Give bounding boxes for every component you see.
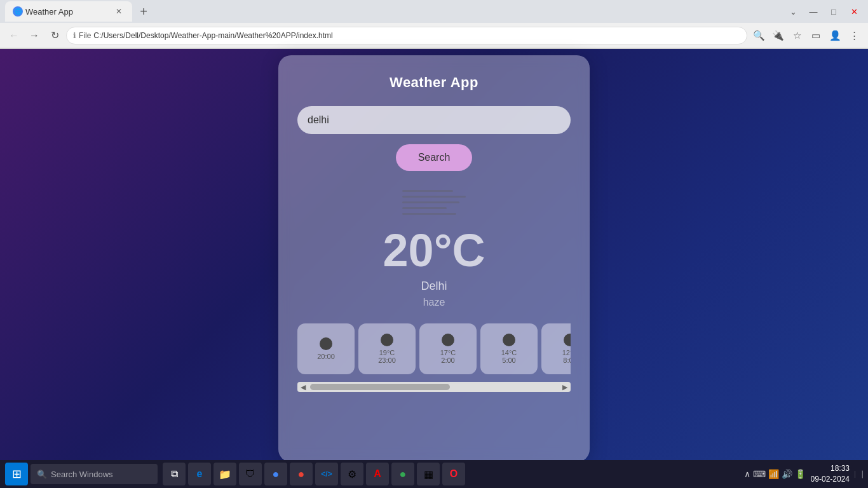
close-window-button[interactable]: ✕ <box>845 3 863 20</box>
forecast-row: 20:00 19°C23:00 17°C2:00 14°C5:00 12°C8:… <box>297 323 571 377</box>
forecast-scrollbar[interactable]: ◀ ▶ <box>297 382 571 392</box>
browser-chrome: 🌐 Weather App ✕ + ⌄ — □ ✕ ← → ↻ ℹ File C… <box>0 0 868 49</box>
forecast-card-3: 14°C5:00 <box>480 323 538 374</box>
forecast-card-1: 19°C23:00 <box>358 323 416 374</box>
system-clock[interactable]: 18:33 09-02-2024 <box>811 463 850 485</box>
forecast-weather-icon-3 <box>503 334 515 346</box>
tab-favicon-icon: 🌐 <box>13 6 23 17</box>
maximize-button[interactable]: □ <box>825 3 843 20</box>
battery-icon: 🔋 <box>795 469 806 479</box>
network-icon[interactable]: 📶 <box>768 469 779 479</box>
taskbar-app-list: ⧉ e 📁 🛡 ● ● </> ⚙ A ● ▦ O <box>163 463 465 485</box>
forecast-weather-icon-0 <box>320 337 332 350</box>
start-button[interactable]: ⊞ <box>5 463 28 485</box>
forecast-info-4: 12°C8:00 <box>562 349 571 364</box>
taskbar: ⊞ 🔍 Search Windows ⧉ e 📁 🛡 ● ● </> ⚙ A ●… <box>0 460 868 488</box>
url-text: C:/Users/Dell/Desktop/Weather-App-main/W… <box>93 31 332 40</box>
clock-time: 18:33 <box>831 463 850 474</box>
tab-title: Weather App <box>25 7 73 17</box>
address-bar: ← → ↻ ℹ File C:/Users/Dell/Desktop/Weath… <box>0 23 868 48</box>
weather-icon <box>402 190 466 215</box>
settings-app[interactable]: ⚙ <box>341 463 363 485</box>
file-label: File <box>79 31 91 40</box>
forecast-card-0: 20:00 <box>297 323 355 374</box>
lock-icon: ℹ <box>73 31 76 40</box>
opera-app[interactable]: O <box>442 463 465 485</box>
tab-dropdown-button[interactable]: ⌄ <box>784 3 802 20</box>
forecast-weather-icon-2 <box>442 334 454 346</box>
scroll-left-arrow[interactable]: ◀ <box>297 382 309 392</box>
forecast-weather-icon-4 <box>564 334 571 346</box>
search-button[interactable]: Search <box>396 144 472 171</box>
forecast-weather-icon-1 <box>381 334 393 346</box>
weather-card: Weather App Search 20°C Delhi haze 20:00 <box>278 55 590 462</box>
back-button[interactable]: ← <box>5 27 23 44</box>
haze-line-5 <box>402 213 456 215</box>
system-icons: ∧ ⌨ 📶 🔊 🔋 <box>744 469 806 479</box>
haze-line-4 <box>402 207 447 209</box>
menu-button[interactable]: ⋮ <box>845 27 863 44</box>
toolbar-buttons: 🔍 🔌 ☆ ▭ 👤 ⋮ <box>750 27 863 44</box>
active-tab[interactable]: 🌐 Weather App ✕ <box>5 1 132 22</box>
app-title: Weather App <box>390 74 478 91</box>
security-app[interactable]: 🛡 <box>239 463 262 485</box>
chrome-app-1[interactable]: ● <box>264 463 287 485</box>
split-view-button[interactable]: ▭ <box>807 27 825 44</box>
window-controls: ⌄ — □ ✕ <box>784 3 863 20</box>
zoom-search-button[interactable]: 🔍 <box>750 27 768 44</box>
windows-icon: ⊞ <box>12 467 22 481</box>
haze-lines-icon <box>402 190 466 215</box>
city-name: Delhi <box>421 280 447 293</box>
forecast-info-1: 19°C23:00 <box>378 349 396 364</box>
haze-line-3 <box>402 201 459 203</box>
haze-line-1 <box>402 190 453 192</box>
forecast-card-4: 12°C8:00 <box>541 323 571 374</box>
temperature-display: 20°C <box>383 227 485 273</box>
edge-app[interactable]: e <box>188 463 211 485</box>
minimize-button[interactable]: — <box>804 3 822 20</box>
forecast-info-0: 20:00 <box>317 353 335 360</box>
forecast-card-2: 17°C2:00 <box>419 323 477 374</box>
profile-button[interactable]: 👤 <box>826 27 844 44</box>
weather-condition: haze <box>423 297 445 308</box>
vscode-app[interactable]: </> <box>315 463 338 485</box>
url-bar[interactable]: ℹ File C:/Users/Dell/Desktop/Weather-App… <box>66 27 747 44</box>
chrome-app-3[interactable]: ● <box>391 463 414 485</box>
keyboard-icon: ⌨ <box>753 469 766 479</box>
haze-line-2 <box>402 196 466 198</box>
acrobat-app[interactable]: A <box>366 463 389 485</box>
new-tab-button[interactable]: + <box>135 3 153 20</box>
clock-date: 09-02-2024 <box>811 474 850 485</box>
scroll-right-arrow[interactable]: ▶ <box>559 382 571 392</box>
tab-bar: 🌐 Weather App ✕ + ⌄ — □ ✕ <box>0 0 868 23</box>
taskbar-system-tray: ∧ ⌨ 📶 🔊 🔋 18:33 09-02-2024 ▕ <box>744 463 863 485</box>
forecast-info-2: 17°C2:00 <box>440 349 456 364</box>
taskbar-search-icon: 🔍 <box>37 470 47 479</box>
forecast-info-3: 14°C5:00 <box>501 349 517 364</box>
file-explorer-app[interactable]: 📁 <box>214 463 236 485</box>
tab-close-button[interactable]: ✕ <box>113 6 125 17</box>
scroll-thumb[interactable] <box>310 384 450 390</box>
chrome-app-2[interactable]: ● <box>290 463 313 485</box>
taskbar-search-box[interactable]: 🔍 Search Windows <box>31 464 158 484</box>
city-search-input[interactable] <box>297 106 571 134</box>
taskbar-search-label: Search Windows <box>51 470 113 479</box>
refresh-button[interactable]: ↻ <box>46 27 64 44</box>
chevron-up-icon[interactable]: ∧ <box>744 469 750 479</box>
forward-button[interactable]: → <box>25 27 43 44</box>
task-view-button[interactable]: ⧉ <box>163 463 186 485</box>
extensions-button[interactable]: 🔌 <box>769 27 787 44</box>
main-content: Weather App Search 20°C Delhi haze 20:00 <box>0 49 868 488</box>
show-desktop-button[interactable]: ▕ <box>855 471 863 478</box>
bookmark-button[interactable]: ☆ <box>788 27 806 44</box>
photos-app[interactable]: ▦ <box>417 463 440 485</box>
volume-icon[interactable]: 🔊 <box>782 469 792 479</box>
